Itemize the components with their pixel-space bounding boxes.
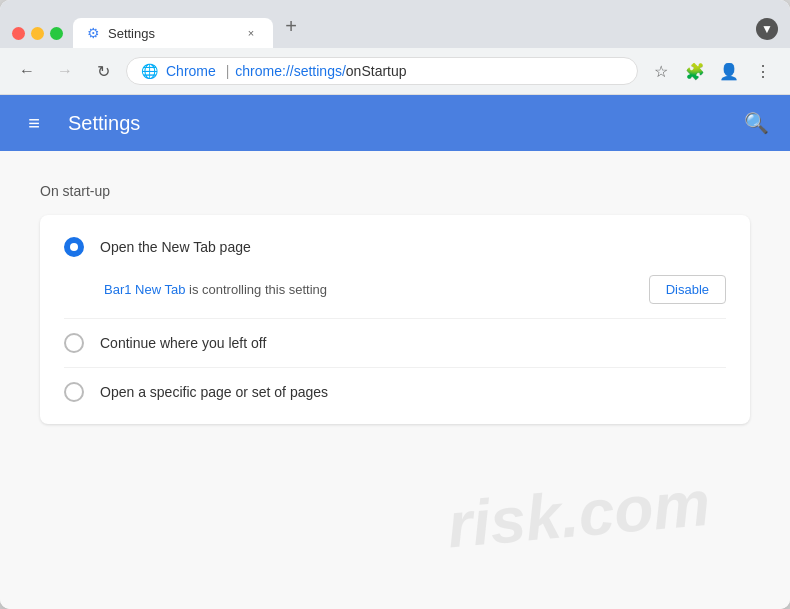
settings-header-left: ≡ Settings (16, 105, 140, 141)
notification-suffix: is controlling this setting (185, 282, 327, 297)
tab-close-button[interactable]: × (243, 25, 259, 41)
extensions-button[interactable]: 🧩 (680, 56, 710, 86)
new-tab-button[interactable]: + (277, 12, 305, 40)
active-tab[interactable]: ⚙ Settings × (73, 18, 273, 48)
address-separator: | (226, 63, 230, 79)
option-row-continue: Continue where you left off (40, 319, 750, 367)
tab-bar: ⚙ Settings × + ▼ (73, 12, 778, 48)
settings-page-title: Settings (68, 112, 140, 135)
option-notification: Bar1 New Tab is controlling this setting… (64, 275, 726, 304)
forward-button[interactable]: → (50, 56, 80, 86)
tab-settings-icon: ⚙ (87, 25, 100, 41)
maximize-traffic-light[interactable] (50, 27, 63, 40)
reload-button[interactable]: ↻ (88, 56, 118, 86)
traffic-lights (12, 27, 63, 40)
minimize-traffic-light[interactable] (31, 27, 44, 40)
nav-actions: ☆ 🧩 👤 ⋮ (646, 56, 778, 86)
address-scheme: chrome://settings/ (235, 63, 346, 79)
radio-inner (70, 243, 78, 251)
title-bar: ⚙ Settings × + ▼ (0, 0, 790, 48)
disable-button[interactable]: Disable (649, 275, 726, 304)
option-label-new-tab: Open the New Tab page (100, 239, 251, 255)
address-secure-icon: 🌐 (141, 63, 158, 79)
close-traffic-light[interactable] (12, 27, 25, 40)
option-label-specific: Open a specific page or set of pages (100, 384, 328, 400)
option-label-continue: Continue where you left off (100, 335, 266, 351)
address-path: onStartup (346, 63, 407, 79)
radio-new-tab[interactable] (64, 237, 84, 257)
watermark: risk.com (444, 467, 712, 560)
address-site: Chrome (166, 63, 216, 79)
notification-text: Bar1 New Tab is controlling this setting (104, 282, 327, 297)
settings-header: ≡ Settings 🔍 (0, 95, 790, 151)
section-title: On start-up (40, 183, 750, 199)
back-button[interactable]: ← (12, 56, 42, 86)
radio-continue[interactable] (64, 333, 84, 353)
address-text: Chrome |chrome://settings/onStartup (166, 63, 623, 79)
browser-window: ⚙ Settings × + ▼ ← → ↻ 🌐 Chrome |chrome:… (0, 0, 790, 609)
settings-search-button[interactable]: 🔍 (738, 105, 774, 141)
option-main-new-tab: Open the New Tab page (64, 237, 726, 257)
nav-bar: ← → ↻ 🌐 Chrome |chrome://settings/onStar… (0, 48, 790, 95)
more-button[interactable]: ⋮ (748, 56, 778, 86)
options-card: Open the New Tab page Bar1 New Tab is co… (40, 215, 750, 424)
option-row-specific: Open a specific page or set of pages (40, 368, 750, 416)
settings-content: risk.com On start-up Open the New Tab pa… (0, 151, 790, 609)
hamburger-menu-button[interactable]: ≡ (16, 105, 52, 141)
profile-button[interactable]: 👤 (714, 56, 744, 86)
bookmark-button[interactable]: ☆ (646, 56, 676, 86)
address-bar[interactable]: 🌐 Chrome |chrome://settings/onStartup (126, 57, 638, 85)
tab-title: Settings (108, 26, 235, 41)
option-row-new-tab: Open the New Tab page Bar1 New Tab is co… (40, 223, 750, 318)
radio-specific[interactable] (64, 382, 84, 402)
tab-menu-button[interactable]: ▼ (756, 18, 778, 40)
notification-link[interactable]: Bar1 New Tab (104, 282, 185, 297)
